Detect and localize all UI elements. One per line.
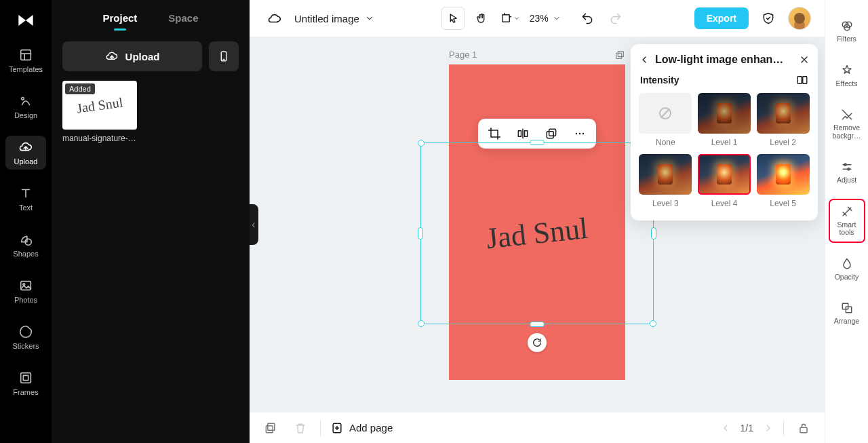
rail-label: Shapes [13, 250, 38, 258]
svg-point-1 [22, 98, 24, 100]
asset-filename: manual-signature-do… [62, 134, 137, 143]
layers-button[interactable] [260, 418, 281, 438]
crop-button[interactable] [485, 124, 504, 143]
chevron-down-icon [365, 14, 374, 23]
project-panel: Project Space Upload Added Jad Snul manu… [52, 0, 250, 443]
panel-tabs: Project Space [52, 0, 250, 29]
next-page[interactable] [763, 423, 774, 434]
more-button[interactable] [570, 124, 589, 143]
prop-smart-tools[interactable]: Smart tools [829, 199, 865, 242]
selection-box[interactable]: Jad Snul [420, 142, 654, 324]
intensity-label: Intensity [640, 75, 679, 85]
resize-handle[interactable] [651, 227, 656, 239]
asset-signature-preview: Jad Snul [76, 94, 124, 116]
svg-rect-8 [502, 15, 510, 22]
svg-rect-10 [616, 53, 622, 58]
undo-button[interactable] [576, 7, 599, 30]
prop-effects[interactable]: Effects [829, 58, 865, 94]
svg-rect-3 [21, 282, 31, 290]
rail-design[interactable]: Design [5, 90, 46, 123]
prop-remove-bg[interactable]: Remove backgr… [829, 102, 865, 145]
rail-upload[interactable]: Upload [5, 136, 46, 170]
rail-stickers[interactable]: Stickers [5, 320, 46, 354]
rail-label: Text [19, 204, 33, 212]
upload-button[interactable]: Upload [62, 41, 202, 71]
tab-space[interactable]: Space [168, 12, 198, 24]
svg-point-4 [23, 284, 25, 286]
pager: 1/1 [720, 423, 774, 434]
chevron-down-icon [553, 14, 561, 22]
intensity-level-5[interactable]: Level 5 [756, 154, 810, 208]
delete-button[interactable] [290, 418, 311, 438]
prop-filters[interactable]: Filters [829, 14, 865, 49]
intensity-level-4[interactable]: Level 4 [698, 154, 751, 208]
svg-rect-17 [803, 77, 807, 84]
resize-handle[interactable] [418, 227, 423, 239]
rail-label: Upload [14, 157, 38, 166]
properties-rail: Filters Effects Remove backgr… Adjust Sm… [825, 0, 868, 443]
svg-rect-6 [23, 375, 28, 380]
export-button[interactable]: Export [694, 7, 749, 29]
prop-arrange[interactable]: Arrange [829, 296, 865, 331]
resize-handle[interactable] [418, 140, 425, 147]
rail-label: Design [14, 111, 37, 119]
svg-rect-11 [549, 129, 556, 136]
redo-button[interactable] [604, 7, 627, 30]
svg-rect-29 [846, 307, 851, 313]
document-title[interactable]: Untitled image [294, 13, 374, 24]
rail-label: Photos [14, 296, 37, 304]
svg-rect-22 [800, 427, 807, 433]
close-icon[interactable] [799, 54, 810, 65]
tab-project[interactable]: Project [102, 12, 137, 24]
resize-handle[interactable] [650, 320, 656, 327]
rail-shapes[interactable]: Shapes [5, 228, 46, 262]
cloud-icon[interactable] [263, 7, 286, 30]
asset-thumb[interactable]: Added Jad Snul [62, 81, 137, 130]
canvas-stage[interactable]: ‹ Page 1 Jad Snul [250, 37, 825, 412]
popup-title: Low-light image enhan… [655, 54, 793, 66]
prop-adjust[interactable]: Adjust [829, 155, 865, 190]
back-icon[interactable] [639, 54, 650, 65]
prop-opacity[interactable]: Opacity [829, 252, 865, 287]
duplicate-button[interactable] [542, 124, 561, 143]
user-avatar[interactable] [788, 7, 811, 30]
intensity-popup: Low-light image enhan… Intensity None Le… [631, 44, 818, 220]
duplicate-page-icon[interactable] [614, 50, 625, 60]
rail-label: Frames [13, 388, 38, 396]
intensity-level-1[interactable]: Level 1 [698, 93, 751, 147]
prev-page[interactable] [720, 423, 731, 434]
rotate-handle[interactable] [528, 333, 547, 352]
resize-handle[interactable] [418, 320, 425, 327]
rail-label: Templates [9, 65, 43, 73]
rail-text[interactable]: Text [5, 182, 46, 216]
add-page-label: Add page [349, 422, 393, 434]
intensity-level-2[interactable]: Level 2 [756, 93, 810, 147]
intensity-none[interactable]: None [639, 93, 692, 147]
rail-frames[interactable]: Frames [5, 366, 46, 400]
intensity-level-3[interactable]: Level 3 [639, 154, 692, 208]
resize-handle[interactable] [530, 140, 545, 145]
page-header: Page 1 [449, 50, 625, 60]
topbar: Untitled image 23% Export [250, 0, 825, 37]
compare-icon[interactable] [796, 74, 808, 86]
svg-rect-19 [268, 423, 275, 430]
add-page-button[interactable]: Add page [330, 421, 393, 435]
svg-point-14 [579, 133, 581, 135]
resize-handle[interactable] [530, 322, 545, 327]
pointer-tool[interactable] [441, 7, 465, 30]
hand-tool[interactable] [470, 7, 493, 30]
rail-templates[interactable]: Templates [5, 43, 46, 77]
rail-photos[interactable]: Photos [5, 274, 46, 308]
panel-collapse-toggle[interactable]: ‹ [250, 204, 258, 245]
svg-rect-12 [547, 132, 553, 138]
lock-button[interactable] [793, 418, 814, 438]
resize-tool[interactable] [498, 7, 521, 30]
selected-image[interactable]: Jad Snul [485, 211, 590, 256]
shield-icon[interactable] [757, 7, 780, 30]
device-button[interactable] [209, 41, 239, 71]
app-logo[interactable] [15, 9, 37, 31]
title-text: Untitled image [294, 13, 359, 24]
svg-rect-0 [21, 50, 31, 60]
asset-item[interactable]: Added Jad Snul manual-signature-do… [62, 81, 137, 143]
zoom-control[interactable]: 23% [530, 13, 561, 24]
